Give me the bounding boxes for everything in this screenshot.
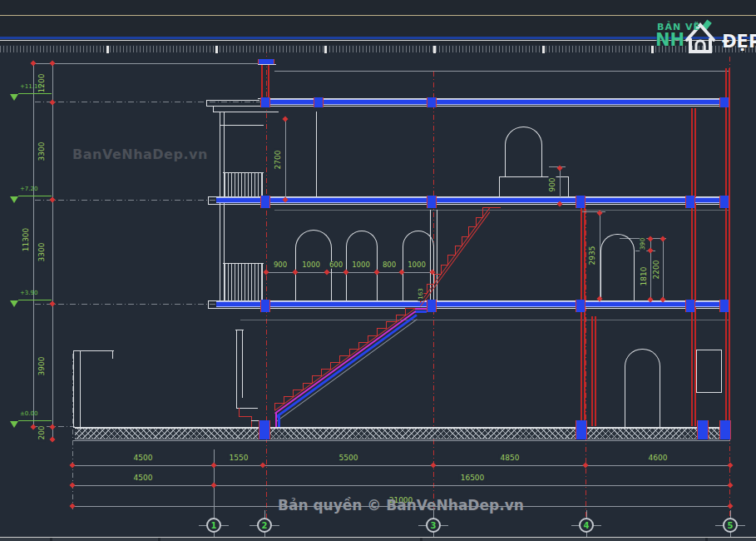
drawing-line <box>647 247 653 253</box>
drawing-line <box>213 106 214 112</box>
drawing-line <box>30 424 36 429</box>
dim-2935: 2935 <box>589 245 596 267</box>
drawing-line <box>72 465 730 466</box>
dim-5500: 5500 <box>338 454 360 462</box>
drawing-line <box>568 176 569 196</box>
drawing-line <box>49 300 55 306</box>
arch-window-3f <box>505 127 542 176</box>
grid-bubble-4[interactable]: 4 <box>579 518 594 533</box>
drawing-line <box>727 503 733 509</box>
ruler-major-tick <box>324 46 327 53</box>
dim-163: 163 <box>418 286 424 300</box>
floor2-slab <box>216 301 729 307</box>
drawing-line <box>208 204 729 205</box>
level-marker-icon <box>10 196 18 203</box>
drawing-line <box>576 420 587 439</box>
drawing-line <box>427 300 437 312</box>
drawing-line <box>576 196 586 208</box>
balcony-railing-2f <box>225 264 263 301</box>
drawing-line <box>274 71 729 72</box>
stair-step <box>434 274 442 284</box>
drawing-line <box>499 176 568 177</box>
ground-hatch <box>75 428 730 439</box>
drawing-line <box>663 238 664 300</box>
stair-step <box>312 375 322 383</box>
logo-dep: ĐẸP <box>722 33 756 51</box>
grid-bubble-3[interactable]: 3 <box>426 518 441 533</box>
stair-step <box>377 328 387 335</box>
level-marker-label: +11.10 <box>20 84 42 90</box>
stair-step <box>368 335 378 343</box>
level-marker-label: +7.20 <box>20 186 37 192</box>
stair-step <box>396 315 406 322</box>
dim-1810: 1810 <box>640 266 648 288</box>
drawing-line <box>274 210 729 211</box>
level-marker-label: +3.90 <box>20 290 37 296</box>
drawing-line <box>437 210 437 300</box>
drawing-line <box>727 462 733 468</box>
brand-logo[interactable]: BẢN VẼ NH ĐẸP <box>650 7 754 55</box>
drawing-line <box>260 97 270 107</box>
drawing-line <box>499 176 500 196</box>
drawing-line <box>430 462 436 468</box>
drawing-line <box>213 112 279 112</box>
grid-bubble-1[interactable]: 1 <box>206 518 221 533</box>
dim-left-3900: 3900 <box>38 355 46 378</box>
drawing-line <box>719 420 731 439</box>
arch-window-2f <box>600 234 635 301</box>
drawing-line <box>729 68 730 426</box>
drawing-line <box>236 330 237 408</box>
blue-divider <box>0 37 756 39</box>
drawing-line <box>261 64 263 101</box>
copyright-text: Bản quyền © BanVeNhaDep.vn <box>278 497 524 514</box>
level-marker-icon <box>10 300 18 307</box>
drawing-line <box>581 205 582 426</box>
dim-left-200: 200 <box>38 424 46 441</box>
drawing-line <box>214 449 215 511</box>
drawing-line <box>49 99 55 105</box>
drawing-line <box>33 63 34 427</box>
dim-4850: 4850 <box>499 454 521 462</box>
white-divider <box>0 40 756 41</box>
level-marker-label: ±0.00 <box>20 411 37 417</box>
top-ruler[interactable] <box>0 46 756 52</box>
drawing-line <box>73 440 730 441</box>
drawing-line <box>685 300 695 312</box>
dim-2200: 2200 <box>653 259 660 281</box>
dim-left-3300a: 3300 <box>38 141 46 163</box>
dim-2700: 2700 <box>274 149 282 171</box>
stair-step <box>321 369 331 376</box>
stair-stringer-blue <box>275 314 418 418</box>
stair-step <box>482 207 490 217</box>
dim-1550: 1550 <box>228 454 250 462</box>
drawing-line <box>278 416 280 427</box>
drawing-line <box>427 196 437 208</box>
bottom-bar-notch <box>705 538 708 541</box>
stair-step <box>293 390 303 397</box>
drawing-line <box>314 97 324 107</box>
drawing-line <box>220 112 220 300</box>
drawing-line <box>647 236 653 241</box>
drawing-line <box>263 269 269 275</box>
drawing-line <box>49 60 55 66</box>
ruler-major-tick <box>542 46 545 53</box>
bottom-bar-notch <box>420 538 422 541</box>
grid-bubble-5[interactable]: 5 <box>723 518 738 533</box>
drawing-line <box>52 63 53 439</box>
drawing-line <box>719 300 729 312</box>
stair-step <box>330 362 340 370</box>
grid-bubble-2[interactable]: 2 <box>257 518 272 533</box>
dim-4600: 4600 <box>647 454 670 462</box>
dim-16500: 16500 <box>459 474 487 482</box>
drawing-line <box>282 116 288 122</box>
drawing-line <box>33 63 266 64</box>
arch-door-1f <box>625 349 660 428</box>
drawing-line <box>240 320 729 320</box>
drawing-line <box>427 97 437 107</box>
dim-4500: 4500 <box>132 454 155 462</box>
dim-900r: 900 <box>549 176 556 193</box>
drawing-line <box>69 503 75 509</box>
drawing-line <box>30 60 36 66</box>
drawing-line <box>251 416 252 427</box>
stair-step <box>405 308 415 315</box>
